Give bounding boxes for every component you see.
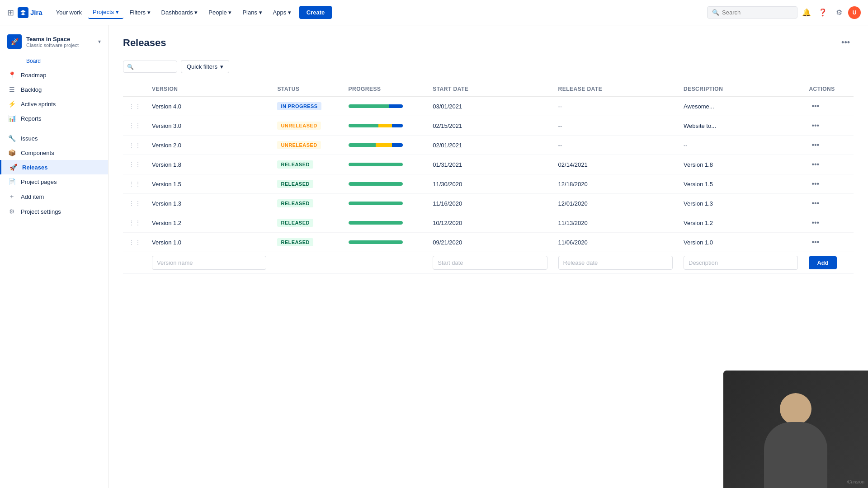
sidebar-item-project-pages[interactable]: 📄 Project pages	[0, 174, 108, 189]
drag-handle[interactable]: ⋮⋮	[128, 180, 141, 188]
status-badge: RELEASED	[277, 219, 313, 227]
webcam-person: iChrision	[723, 371, 868, 488]
project-dropdown-icon[interactable]: ▾	[98, 38, 101, 45]
drag-handle[interactable]: ⋮⋮	[128, 219, 141, 226]
release-date: 11/06/2020	[553, 233, 678, 252]
search-icon: 🔍	[712, 9, 719, 16]
roadmap-icon: 📍	[7, 71, 16, 79]
project-pages-icon: 📄	[7, 178, 16, 185]
release-date: --	[553, 96, 678, 116]
board-link[interactable]: Board	[26, 58, 41, 64]
sidebar-item-issues[interactable]: 🔧 Issues	[0, 131, 108, 145]
sidebar-label-reports: Reports	[21, 115, 42, 122]
row-actions-button[interactable]: •••	[809, 179, 822, 189]
status-badge: IN PROGRESS	[277, 102, 321, 110]
nav-filters[interactable]: Filters ▾	[125, 6, 155, 19]
sidebar-item-add-item[interactable]: ＋ Add item	[0, 189, 108, 204]
sidebar-label-components: Components	[21, 150, 54, 156]
progress-bar	[349, 202, 403, 205]
webcam-overlay: iChrision	[723, 371, 868, 488]
new-release-date-input[interactable]	[558, 256, 673, 270]
sidebar-item-releases[interactable]: 🚀 Releases	[0, 160, 108, 174]
description: Version 1.0	[678, 233, 803, 252]
drag-handle[interactable]: ⋮⋮	[128, 141, 141, 149]
sidebar-item-roadmap[interactable]: 📍 Roadmap	[0, 68, 108, 82]
drag-handle[interactable]: ⋮⋮	[128, 239, 141, 246]
sidebar-label-active-sprints: Active sprints	[21, 101, 56, 108]
release-date: 11/13/2020	[553, 213, 678, 233]
grid-icon[interactable]: ⊞	[7, 8, 14, 18]
sidebar-item-project-settings[interactable]: ⚙ Project settings	[0, 204, 108, 219]
nav-apps[interactable]: Apps ▾	[269, 6, 296, 19]
quick-filters-button[interactable]: Quick filters ▾	[181, 60, 229, 73]
nav-dashboards[interactable]: Dashboards ▾	[157, 6, 203, 19]
jira-logo-text: Jira	[30, 9, 42, 16]
version-name[interactable]: Version 1.3	[152, 200, 181, 207]
row-actions-button[interactable]: •••	[809, 160, 822, 169]
jira-logo[interactable]: Jira	[18, 7, 42, 18]
status-badge: RELEASED	[277, 160, 313, 169]
drag-handle[interactable]: ⋮⋮	[128, 122, 141, 129]
row-actions-button[interactable]: •••	[809, 140, 822, 150]
status-badge: RELEASED	[277, 180, 313, 188]
version-name[interactable]: Version 4.0	[152, 103, 181, 110]
row-actions-button[interactable]: •••	[809, 121, 822, 131]
drag-handle[interactable]: ⋮⋮	[128, 161, 141, 168]
version-name[interactable]: Version 1.2	[152, 220, 181, 226]
release-date: 12/01/2020	[553, 194, 678, 213]
sidebar-item-components[interactable]: 📦 Components	[0, 145, 108, 160]
version-name[interactable]: Version 1.8	[152, 161, 181, 168]
sidebar-label-issues: Issues	[21, 135, 38, 142]
sidebar-label-releases: Releases	[22, 164, 47, 171]
help-icon[interactable]: ❓	[816, 5, 830, 20]
new-start-date-input[interactable]	[433, 256, 547, 270]
components-icon: 📦	[7, 149, 16, 156]
version-search-input[interactable]	[137, 63, 173, 70]
search-input[interactable]	[722, 9, 785, 16]
add-version-button[interactable]: Add	[809, 256, 836, 269]
start-date: 11/30/2020	[427, 174, 552, 194]
progress-bar	[349, 182, 403, 186]
nav-plans[interactable]: Plans ▾	[238, 6, 266, 19]
start-date: 02/15/2021	[427, 116, 552, 136]
start-date: 11/16/2020	[427, 194, 552, 213]
row-actions-button[interactable]: •••	[809, 237, 822, 247]
create-button[interactable]: Create	[299, 6, 332, 19]
sidebar-item-active-sprints[interactable]: ⚡ Active sprints	[0, 97, 108, 111]
sidebar-label-add-item: Add item	[21, 193, 44, 200]
sidebar-label-roadmap: Roadmap	[21, 72, 46, 79]
description: Version 1.2	[678, 213, 803, 233]
backlog-icon: ☰	[7, 86, 16, 93]
version-name[interactable]: Version 1.5	[152, 181, 181, 188]
row-actions-button[interactable]: •••	[809, 218, 822, 228]
description: --	[678, 136, 803, 155]
page-more-button[interactable]: •••	[838, 36, 854, 49]
settings-icon[interactable]: ⚙	[832, 5, 846, 20]
status-badge: RELEASED	[277, 238, 313, 246]
new-version-name-input[interactable]	[152, 256, 266, 270]
nav-your-work[interactable]: Your work	[52, 6, 86, 19]
row-actions-button[interactable]: •••	[809, 198, 822, 208]
version-search-box[interactable]: 🔍	[123, 61, 177, 73]
row-actions-button[interactable]: •••	[809, 101, 822, 111]
notifications-icon[interactable]: 🔔	[799, 5, 814, 20]
nav-projects[interactable]: Projects ▾	[88, 6, 123, 19]
avatar[interactable]: U	[848, 6, 861, 19]
sprints-icon: ⚡	[7, 100, 16, 108]
sidebar-item-backlog[interactable]: ☰ Backlog	[0, 82, 108, 97]
version-name[interactable]: Version 3.0	[152, 122, 181, 129]
col-release-date: Release date	[553, 82, 678, 96]
description: Version 1.3	[678, 194, 803, 213]
drag-handle[interactable]: ⋮⋮	[128, 103, 141, 110]
sidebar-item-reports[interactable]: 📊 Reports	[0, 111, 108, 126]
nav-people[interactable]: People ▾	[204, 6, 236, 19]
global-search[interactable]: 🔍	[707, 6, 797, 19]
status-badge: UNRELEASED	[277, 122, 321, 130]
progress-bar	[349, 240, 403, 244]
drag-handle[interactable]: ⋮⋮	[128, 200, 141, 207]
version-name[interactable]: Version 1.0	[152, 239, 181, 246]
quick-filters-label: Quick filters	[187, 63, 217, 70]
new-description-input[interactable]	[684, 256, 798, 270]
version-name[interactable]: Version 2.0	[152, 142, 181, 149]
person-head	[780, 393, 811, 425]
